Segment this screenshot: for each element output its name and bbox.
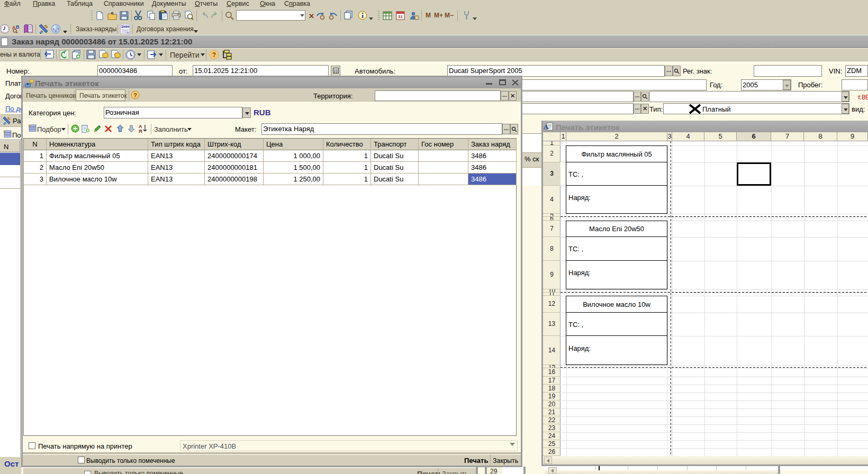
svg-text:?: ? (212, 51, 216, 59)
svg-text:ЗНН: ЗНН (121, 24, 130, 29)
svg-text:A: A (544, 123, 549, 131)
svg-text:31: 31 (398, 14, 403, 19)
svg-text:Я: Я (139, 129, 142, 133)
svg-text:?: ? (133, 92, 137, 98)
svg-text:B: B (16, 24, 20, 30)
